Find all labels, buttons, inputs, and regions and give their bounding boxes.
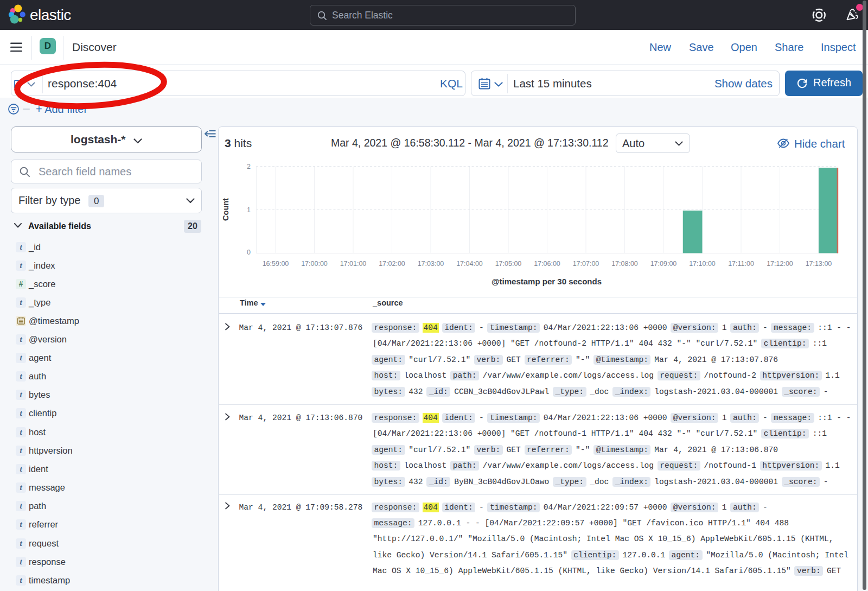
svg-text:Count: Count — [221, 198, 230, 221]
svg-text:17:03:00: 17:03:00 — [418, 260, 444, 268]
svg-text:17:12:00: 17:12:00 — [767, 260, 793, 268]
svg-text:17:11:00: 17:11:00 — [728, 260, 754, 268]
svg-text:17:04:00: 17:04:00 — [456, 260, 483, 268]
svg-text:17:06:00: 17:06:00 — [534, 260, 560, 268]
svg-text:16:59:00: 16:59:00 — [263, 260, 289, 268]
svg-text:17:00:00: 17:00:00 — [301, 260, 328, 268]
svg-text:17:01:00: 17:01:00 — [340, 260, 367, 268]
svg-text:@timestamp per 30 seconds: @timestamp per 30 seconds — [492, 277, 602, 286]
svg-text:17:09:00: 17:09:00 — [650, 260, 677, 268]
svg-text:17:08:00: 17:08:00 — [611, 260, 638, 268]
svg-text:1: 1 — [247, 206, 251, 214]
svg-text:17:13:00: 17:13:00 — [806, 260, 832, 268]
svg-text:17:02:00: 17:02:00 — [379, 260, 405, 268]
svg-text:0: 0 — [247, 249, 251, 256]
svg-text:17:07:00: 17:07:00 — [573, 260, 599, 268]
svg-text:2: 2 — [247, 163, 251, 170]
svg-text:17:10:00: 17:10:00 — [689, 260, 716, 268]
svg-text:17:05:00: 17:05:00 — [495, 260, 522, 268]
